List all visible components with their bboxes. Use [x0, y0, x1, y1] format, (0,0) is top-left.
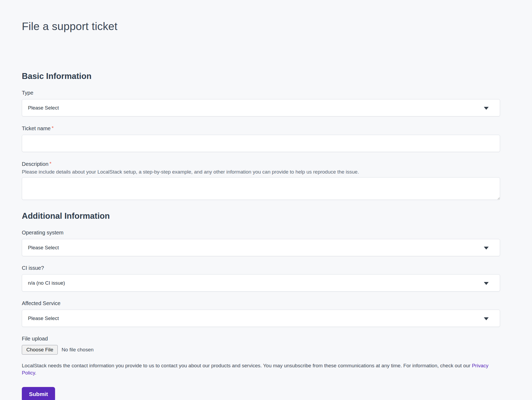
ticket-name-input[interactable] — [22, 135, 500, 152]
affected-service-select-value: Please Select — [28, 315, 59, 321]
file-upload-label: File upload — [22, 336, 500, 342]
privacy-notice: LocalStack needs the contact information… — [22, 362, 500, 376]
field-group-affected-service: Affected Service Please Select — [22, 300, 500, 327]
field-group-type: Type Please Select — [22, 90, 500, 116]
field-group-file-upload: File upload Choose File No file chosen — [22, 336, 500, 355]
field-group-ci-issue: CI issue? n/a (no CI issue) — [22, 265, 500, 292]
section-heading-additional-information: Additional Information — [22, 211, 500, 221]
chevron-down-icon — [484, 282, 489, 285]
description-textarea[interactable] — [22, 177, 500, 200]
type-select-value: Please Select — [28, 105, 59, 111]
field-group-operating-system: Operating system Please Select — [22, 230, 500, 256]
ci-issue-select[interactable]: n/a (no CI issue) — [22, 274, 500, 292]
required-asterisk: * — [52, 125, 53, 131]
page-title: File a support ticket — [22, 0, 500, 33]
ci-issue-label: CI issue? — [22, 265, 500, 271]
section-heading-basic-information: Basic Information — [22, 71, 500, 81]
type-label: Type — [22, 90, 500, 96]
description-label-text: Description — [22, 161, 48, 167]
affected-service-select[interactable]: Please Select — [22, 310, 500, 327]
submit-button[interactable]: Submit — [22, 387, 55, 400]
choose-file-button[interactable]: Choose File — [22, 345, 58, 355]
chevron-down-icon — [484, 317, 489, 320]
operating-system-select[interactable]: Please Select — [22, 239, 500, 256]
file-upload-control: Choose File No file chosen — [22, 345, 500, 355]
chevron-down-icon — [484, 247, 489, 250]
field-group-ticket-name: Ticket name* — [22, 125, 500, 152]
field-group-description: Description* Please include details abou… — [22, 161, 500, 200]
ticket-name-label-text: Ticket name — [22, 125, 51, 131]
ci-issue-select-value: n/a (no CI issue) — [28, 280, 65, 286]
description-label: Description* — [22, 161, 500, 167]
operating-system-select-value: Please Select — [28, 245, 59, 251]
file-upload-status: No file chosen — [61, 347, 93, 353]
type-select[interactable]: Please Select — [22, 99, 500, 116]
required-asterisk: * — [49, 161, 51, 166]
privacy-notice-period: . — [35, 370, 36, 376]
chevron-down-icon — [484, 107, 489, 110]
support-ticket-form: File a support ticket Basic Information … — [22, 0, 500, 400]
affected-service-label: Affected Service — [22, 300, 500, 306]
ticket-name-label: Ticket name* — [22, 125, 500, 132]
privacy-notice-text: LocalStack needs the contact information… — [22, 363, 472, 368]
description-helper-text: Please include details about your LocalS… — [22, 169, 500, 175]
operating-system-label: Operating system — [22, 230, 500, 236]
